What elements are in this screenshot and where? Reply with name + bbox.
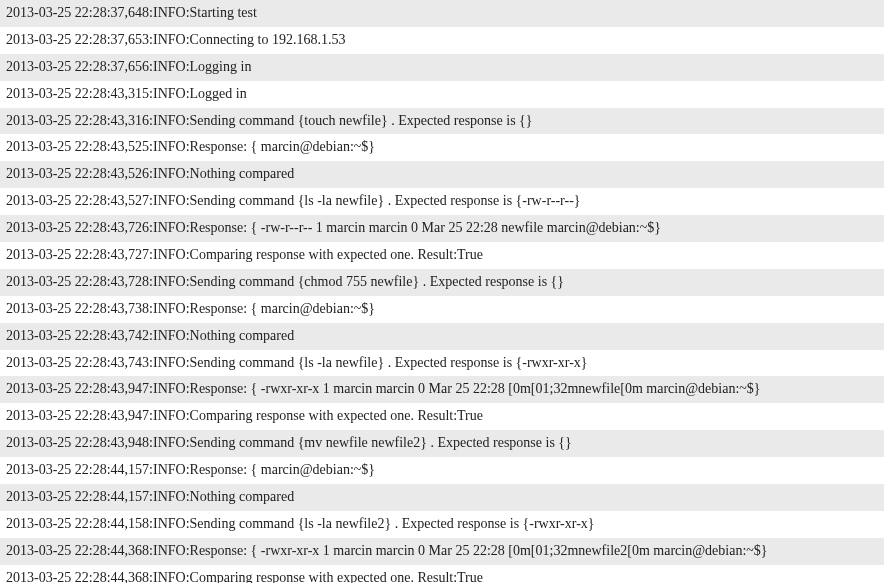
log-row: 2013-03-25 22:28:43,525:INFO:Response: {…	[0, 134, 884, 161]
log-row: 2013-03-25 22:28:37,648:INFO:Starting te…	[0, 0, 884, 27]
log-row: 2013-03-25 22:28:43,738:INFO:Response: {…	[0, 296, 884, 323]
log-row: 2013-03-25 22:28:43,742:INFO:Nothing com…	[0, 323, 884, 350]
log-row: 2013-03-25 22:28:44,158:INFO:Sending com…	[0, 511, 884, 538]
log-row: 2013-03-25 22:28:43,947:INFO:Comparing r…	[0, 403, 884, 430]
log-row: 2013-03-25 22:28:43,316:INFO:Sending com…	[0, 108, 884, 135]
log-row: 2013-03-25 22:28:37,656:INFO:Logging in	[0, 54, 884, 81]
log-row: 2013-03-25 22:28:43,726:INFO:Response: {…	[0, 215, 884, 242]
log-row: 2013-03-25 22:28:43,743:INFO:Sending com…	[0, 350, 884, 377]
log-row: 2013-03-25 22:28:44,368:INFO:Response: {…	[0, 538, 884, 565]
log-row: 2013-03-25 22:28:43,315:INFO:Logged in	[0, 81, 884, 108]
log-row: 2013-03-25 22:28:44,157:INFO:Nothing com…	[0, 484, 884, 511]
log-row: 2013-03-25 22:28:43,526:INFO:Nothing com…	[0, 161, 884, 188]
log-row: 2013-03-25 22:28:43,948:INFO:Sending com…	[0, 430, 884, 457]
log-container: 2013-03-25 22:28:37,648:INFO:Starting te…	[0, 0, 884, 583]
log-row: 2013-03-25 22:28:43,527:INFO:Sending com…	[0, 188, 884, 215]
log-row: 2013-03-25 22:28:43,728:INFO:Sending com…	[0, 269, 884, 296]
log-row: 2013-03-25 22:28:43,727:INFO:Comparing r…	[0, 242, 884, 269]
log-row: 2013-03-25 22:28:44,157:INFO:Response: {…	[0, 457, 884, 484]
log-row: 2013-03-25 22:28:43,947:INFO:Response: {…	[0, 376, 884, 403]
log-row: 2013-03-25 22:28:37,653:INFO:Connecting …	[0, 27, 884, 54]
log-row: 2013-03-25 22:28:44,368:INFO:Comparing r…	[0, 565, 884, 583]
